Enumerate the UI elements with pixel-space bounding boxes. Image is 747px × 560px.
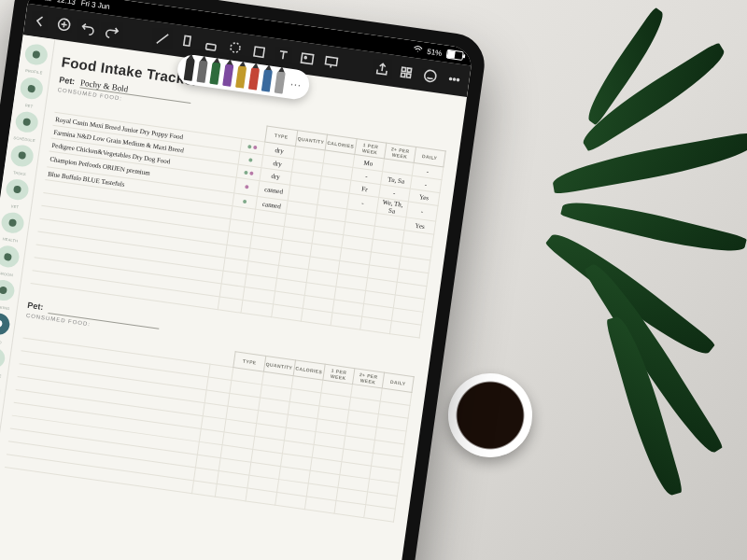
svg-point-23 bbox=[0, 287, 7, 295]
sidebar-item-label: PET bbox=[25, 103, 34, 108]
pet-dot-icon bbox=[250, 171, 255, 175]
sidebar-item-label: TASKS bbox=[13, 170, 26, 176]
status-time: 12:13 bbox=[56, 0, 76, 6]
text-tool-icon[interactable] bbox=[275, 47, 291, 63]
food-dots-cell bbox=[218, 297, 243, 313]
pet-dot-icon bbox=[245, 170, 249, 175]
svg-point-12 bbox=[424, 70, 437, 83]
eraser-tool-icon[interactable] bbox=[203, 36, 219, 53]
redo-icon[interactable] bbox=[104, 23, 120, 40]
pet-dot-icon bbox=[245, 185, 249, 189]
pen-color[interactable] bbox=[222, 63, 233, 87]
svg-rect-9 bbox=[407, 68, 412, 73]
status-carrier: Mail bbox=[37, 0, 52, 3]
svg-point-24 bbox=[0, 320, 3, 329]
sidebar-item-health[interactable] bbox=[0, 211, 25, 235]
background-plant-leaf bbox=[550, 132, 747, 195]
sidebar-item-tasks[interactable] bbox=[9, 144, 35, 168]
pen-color[interactable] bbox=[275, 71, 286, 94]
more-icon[interactable] bbox=[445, 71, 462, 88]
tasks-icon bbox=[16, 149, 29, 162]
svg-rect-2 bbox=[205, 44, 216, 50]
smiley-icon[interactable] bbox=[422, 67, 439, 84]
svg-rect-4 bbox=[254, 47, 264, 57]
image-tool-icon[interactable] bbox=[299, 50, 316, 67]
svg-point-21 bbox=[8, 218, 17, 227]
highlighter-tool-icon[interactable] bbox=[178, 34, 195, 50]
food-icon bbox=[0, 317, 5, 330]
pen-tray-more-icon[interactable]: ⋯ bbox=[288, 77, 303, 91]
status-battery-pct: 51% bbox=[427, 47, 443, 57]
svg-point-17 bbox=[27, 84, 35, 92]
sidebar-item-label: WALKING bbox=[0, 304, 10, 312]
sidebar-item-vet[interactable] bbox=[5, 177, 30, 202]
sidebar-item-label: FOOD bbox=[0, 338, 2, 344]
pen-tool-icon[interactable] bbox=[155, 30, 172, 47]
sidebar-item-profile[interactable] bbox=[23, 43, 49, 67]
svg-rect-8 bbox=[402, 67, 406, 72]
schedule-icon bbox=[21, 116, 34, 129]
food-dots-cell bbox=[192, 481, 218, 497]
ipad-screen: Mail 12:13 Fri 3 Jun 51% bbox=[0, 0, 473, 560]
sidebar-item-label: SCHEDULE bbox=[13, 135, 35, 143]
wifi-icon bbox=[413, 45, 423, 55]
sidebar-item-label: GROOM bbox=[0, 271, 13, 277]
pen-color[interactable] bbox=[261, 69, 273, 92]
vet-icon bbox=[11, 183, 24, 196]
undo-icon[interactable] bbox=[79, 20, 96, 36]
pet-dot-icon bbox=[243, 199, 247, 203]
sidebar-item-label: EXERCISE bbox=[0, 371, 2, 379]
sidebar-item-label: HEALTH bbox=[2, 237, 18, 244]
svg-point-6 bbox=[304, 57, 306, 59]
walking-icon bbox=[0, 284, 9, 297]
background-coffee-cup bbox=[448, 373, 532, 457]
pet-icon bbox=[25, 82, 38, 95]
back-icon[interactable] bbox=[32, 13, 49, 30]
groom-icon bbox=[2, 250, 15, 263]
pen-color[interactable] bbox=[248, 67, 260, 91]
sidebar-item-exercise[interactable] bbox=[0, 345, 7, 370]
profile-icon bbox=[30, 49, 43, 62]
sidebar-item-weight[interactable] bbox=[0, 379, 2, 403]
svg-rect-10 bbox=[401, 73, 405, 77]
toolbar-left-group bbox=[32, 13, 120, 40]
pet-label: Pet: bbox=[27, 301, 44, 312]
pet-dot-icon bbox=[253, 145, 258, 149]
shape-tool-icon[interactable] bbox=[251, 44, 268, 61]
svg-point-20 bbox=[13, 185, 21, 193]
tracker-sheet[interactable]: Food Intake Tracker Pet:Pochy & BoldCONS… bbox=[0, 39, 467, 560]
sidebar-item-pet[interactable] bbox=[19, 77, 44, 101]
battery-icon bbox=[446, 49, 464, 61]
health-icon bbox=[7, 217, 20, 230]
sidebar-item-label: VET bbox=[10, 203, 19, 209]
svg-point-19 bbox=[18, 151, 26, 160]
pet-dot-icon bbox=[247, 145, 252, 149]
sidebar-item-schedule[interactable] bbox=[14, 110, 39, 134]
share-icon[interactable] bbox=[374, 61, 390, 77]
pet-label: Pet: bbox=[59, 75, 76, 86]
svg-rect-11 bbox=[406, 74, 411, 78]
sidebar-item-groom[interactable] bbox=[0, 245, 21, 269]
pen-color[interactable] bbox=[209, 62, 220, 85]
svg-point-14 bbox=[453, 78, 455, 80]
pen-color[interactable] bbox=[184, 58, 195, 81]
svg-point-22 bbox=[4, 252, 12, 260]
lasso-tool-icon[interactable] bbox=[227, 40, 244, 57]
svg-point-18 bbox=[22, 118, 31, 126]
add-icon[interactable] bbox=[56, 16, 73, 33]
pen-color[interactable] bbox=[196, 60, 207, 83]
toolbar-right-group bbox=[374, 61, 462, 88]
svg-point-13 bbox=[449, 77, 451, 79]
bookmarks-icon[interactable] bbox=[398, 64, 415, 81]
sidebar-item-food[interactable] bbox=[0, 312, 11, 336]
svg-point-3 bbox=[230, 42, 240, 52]
ipad-device-frame: Mail 12:13 Fri 3 Jun 51% bbox=[0, 0, 488, 560]
pen-color[interactable] bbox=[235, 65, 247, 89]
svg-point-16 bbox=[32, 50, 40, 59]
svg-point-15 bbox=[457, 78, 458, 80]
sidebar-item-walking[interactable] bbox=[0, 278, 16, 302]
svg-rect-1 bbox=[184, 35, 190, 46]
present-tool-icon[interactable] bbox=[323, 54, 340, 71]
svg-rect-5 bbox=[301, 53, 313, 64]
svg-rect-7 bbox=[325, 57, 337, 66]
